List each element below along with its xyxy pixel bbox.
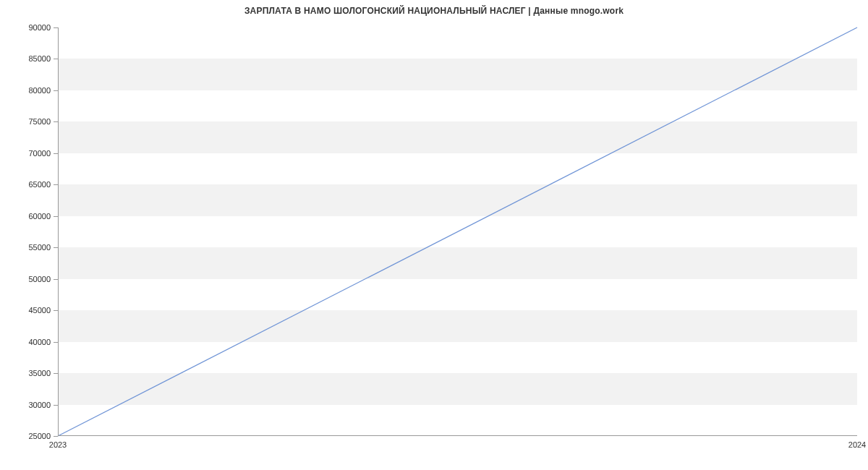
x-axis-line (58, 435, 857, 436)
y-tick-label: 35000 (28, 369, 51, 377)
y-axis-line (58, 27, 59, 436)
y-tick-label: 65000 (28, 180, 51, 189)
y-tick-label: 80000 (28, 86, 51, 95)
y-tick (54, 121, 58, 122)
chart-title: ЗАРПЛАТА В НАМО ШОЛОГОНСКИЙ НАЦИОНАЛЬНЫЙ… (0, 6, 868, 16)
y-tick (54, 59, 58, 59)
y-tick-label: 45000 (28, 306, 51, 315)
y-tick (54, 342, 58, 343)
y-tick-label: 70000 (28, 149, 51, 158)
y-tick-label: 30000 (28, 401, 51, 409)
chart-container: ЗАРПЛАТА В НАМО ШОЛОГОНСКИЙ НАЦИОНАЛЬНЫЙ… (0, 0, 868, 470)
y-tick (54, 373, 58, 374)
y-tick-label: 55000 (28, 243, 51, 252)
plot-area: 2500030000350004000045000500005500060000… (58, 27, 857, 436)
y-tick-label: 25000 (28, 432, 51, 440)
y-tick (54, 90, 58, 91)
y-tick-label: 75000 (28, 117, 51, 126)
y-tick (54, 279, 58, 280)
x-tick-label: 2023 (49, 440, 67, 449)
y-tick-label: 85000 (28, 54, 51, 63)
y-tick (54, 216, 58, 217)
y-tick (54, 184, 58, 185)
y-tick-label: 50000 (28, 275, 51, 283)
y-tick (54, 247, 58, 248)
y-tick-label: 40000 (28, 338, 51, 346)
y-tick (54, 405, 58, 406)
y-tick-label: 90000 (28, 23, 51, 32)
y-tick (54, 436, 58, 437)
y-tick-label: 60000 (28, 212, 51, 221)
line-layer (58, 27, 857, 436)
y-tick (54, 310, 58, 311)
y-tick (54, 27, 58, 28)
data-line (58, 27, 857, 436)
x-tick-label: 2024 (848, 440, 866, 449)
y-tick (54, 153, 58, 154)
